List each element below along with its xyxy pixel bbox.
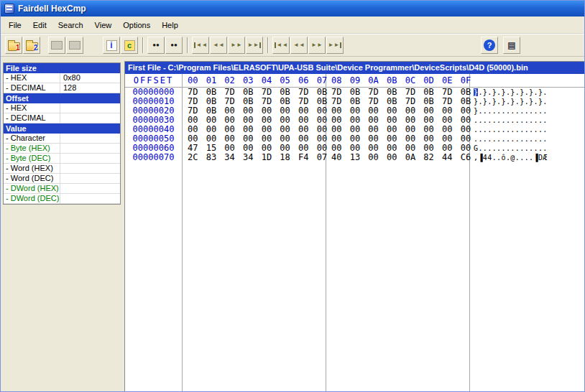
open-file-1-icon: 1: [8, 42, 20, 51]
info-value: [60, 164, 120, 173]
hex-grid: OFFSET0000000000000010000000200000003000…: [125, 74, 584, 392]
toolbar-gap: [344, 45, 481, 46]
open-first-file-button[interactable]: 1: [5, 37, 22, 54]
info-value: [60, 113, 120, 123]
first-match-button[interactable]: ◄◄: [272, 37, 290, 54]
info-value: [60, 103, 120, 113]
ascii-cell[interactable]: G...............: [470, 144, 551, 153]
info-row-word-hex: - Word (HEX): [4, 164, 120, 174]
report-button[interactable]: ▤: [503, 37, 520, 54]
first-difference-icon: ◄◄: [194, 42, 208, 48]
ascii-cell[interactable]: }.}.}.}.}.}.}.}.: [470, 97, 551, 106]
compare-files-icon: [51, 41, 63, 50]
menu-item-file[interactable]: File: [3, 18, 27, 32]
info-label: - Word (HEX): [4, 164, 60, 173]
offset-column: OFFSET0000000000000010000000200000003000…: [125, 74, 183, 392]
help-button[interactable]: ?: [481, 37, 498, 54]
info-row-byte-dec: - Byte (DEC): [4, 154, 120, 164]
next-difference-button[interactable]: ►►: [228, 37, 245, 54]
info-label: - DWord (DEC): [4, 194, 60, 203]
toolbar-separator: [267, 37, 269, 53]
binoculars-icon: ●●: [152, 42, 160, 48]
last-difference-button[interactable]: ►►: [246, 37, 263, 54]
info-row-dword-hex: - DWord (HEX): [4, 184, 120, 194]
previous-match-button[interactable]: ◄◄: [290, 37, 308, 54]
info-value: [60, 154, 120, 163]
menu-item-view[interactable]: View: [89, 18, 118, 32]
info-label: - HEX: [4, 73, 60, 83]
info-section-value: Value: [4, 123, 120, 134]
app-icon[interactable]: [4, 4, 14, 14]
ascii-cell[interactable]: }.}.}.}.}.}.}.}.: [470, 88, 551, 97]
open-file-2-icon: 2: [26, 42, 38, 51]
find-button[interactable]: ●●: [147, 37, 165, 54]
info-label: - Character: [4, 134, 60, 143]
toolbar-separator: [142, 37, 144, 53]
info-label: - HEX: [4, 103, 60, 113]
app-window: { "window": { "title": "Fairdell HexCmp"…: [0, 0, 585, 392]
cursor-highlight: }: [474, 88, 478, 96]
colors-icon: c: [124, 40, 135, 51]
info-value: 0x80: [60, 73, 120, 83]
toolbar-gap: [84, 45, 103, 46]
hex-cell[interactable]: 40 13 00 00 0A 82 44 C6: [326, 153, 469, 162]
window-title: Fairdell HexCmp: [18, 4, 86, 14]
color-scheme-button[interactable]: c: [121, 37, 138, 54]
next-match-button[interactable]: ►►: [308, 37, 326, 54]
first-match-icon: ◄◄: [275, 42, 288, 48]
main-content: File size- HEX0x80- DECIMAL128Offset- HE…: [1, 57, 584, 392]
previous-difference-button[interactable]: ◄◄: [210, 37, 227, 54]
info-row-dword-dec: - DWord (DEC): [4, 194, 120, 204]
report-icon: ▤: [507, 41, 515, 50]
compare-files-button: [48, 37, 65, 54]
binoculars-next-icon: ●●: [170, 42, 178, 48]
info-label: - DWord (HEX): [4, 184, 60, 193]
info-value: [60, 174, 120, 183]
info-row-word-dec: - Word (DEC): [4, 174, 120, 184]
last-match-icon: ►►: [328, 42, 342, 48]
offset-cell: 00000070: [125, 153, 182, 162]
ascii-column: }.}.}.}.}.}.}.}.}.}.}.}.}.}.}.}.}.......…: [470, 74, 551, 392]
ascii-column-header: [470, 74, 551, 88]
menu-item-search[interactable]: Search: [52, 18, 89, 32]
info-row-hex: - HEX: [4, 103, 120, 113]
info-label: - Byte (HEX): [4, 144, 60, 153]
ascii-cell[interactable]: ,▐44..ô.@....▐DÆ: [470, 153, 551, 162]
menu-bar: FileEditSearchViewOptionsHelp: [1, 17, 584, 34]
info-label: - DECIMAL: [4, 113, 60, 123]
open-second-file-button[interactable]: 2: [23, 37, 40, 54]
info-row-hex: - HEX0x80: [4, 73, 120, 83]
info-row-character: - Character: [4, 134, 120, 144]
info-row-byte-hex: - Byte (HEX): [4, 144, 120, 154]
info-value: [60, 134, 120, 143]
ascii-cell[interactable]: }...............: [470, 106, 551, 116]
info-value: [60, 184, 120, 193]
ascii-cell[interactable]: ................: [470, 125, 551, 134]
hex-cell[interactable]: 2C 83 34 34 1D 18 F4 07: [183, 153, 326, 162]
menu-item-options[interactable]: Options: [117, 18, 156, 32]
find-next-button[interactable]: ●●: [165, 37, 183, 54]
info-panel: File size- HEX0x80- DECIMAL128Offset- HE…: [3, 62, 121, 205]
ascii-cell[interactable]: ................: [470, 116, 551, 125]
previous-match-icon: ◄◄: [293, 42, 305, 48]
open-file-2-icon-number: 2: [34, 44, 38, 52]
info-value: 128: [60, 83, 120, 93]
info-section-offset: Offset: [4, 93, 120, 103]
menu-item-help[interactable]: Help: [156, 18, 184, 32]
resume-compare-button: [66, 37, 83, 54]
ascii-cell[interactable]: ................: [470, 134, 551, 144]
next-difference-icon: ►►: [231, 42, 242, 48]
hex-panel: First File - C:\Program Files\ELRASOFT\U…: [124, 61, 584, 392]
last-match-button[interactable]: ►►: [326, 37, 344, 54]
menu-item-edit[interactable]: Edit: [27, 18, 52, 32]
hex-grid-filler-header: [551, 74, 584, 88]
first-difference-button[interactable]: ◄◄: [192, 37, 209, 54]
info-section-file-size: File size: [4, 63, 120, 73]
file-info-button[interactable]: i: [103, 37, 120, 54]
open-file-1-icon-number: 1: [16, 44, 20, 52]
info-label: - DECIMAL: [4, 83, 60, 93]
resume-compare-icon: [69, 41, 80, 50]
help-icon: ?: [484, 39, 495, 51]
offset-column-header: OFFSET: [125, 74, 182, 88]
info-label: - Word (DEC): [4, 174, 60, 183]
